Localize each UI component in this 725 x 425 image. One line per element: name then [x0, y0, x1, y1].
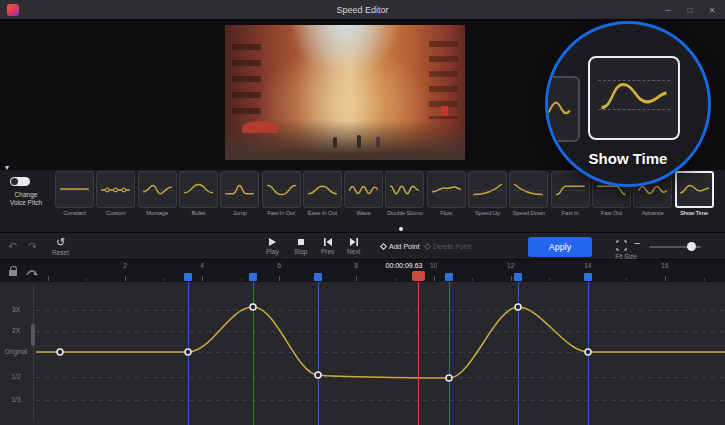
speed-axis-label: 1/3	[0, 396, 32, 403]
preset-thumbnail	[55, 171, 94, 208]
next-label: Next	[347, 248, 360, 255]
window-title: Speed Editor	[0, 5, 725, 15]
preset-show-time[interactable]: Show Time	[675, 171, 714, 216]
preset-fast-in[interactable]: Fast In	[551, 171, 590, 216]
add-point-button[interactable]: Add Point	[381, 243, 419, 250]
voice-pitch-toggle[interactable]	[10, 177, 30, 186]
curve-point[interactable]	[446, 375, 452, 381]
curve-toggle-icon[interactable]	[26, 266, 38, 278]
preset-thumbnail	[138, 171, 177, 208]
apply-button[interactable]: Apply	[528, 237, 592, 257]
ruler-number: 14	[578, 262, 598, 269]
titlebar[interactable]: Speed Editor ─ □ ✕	[0, 0, 725, 20]
keyframe-handle[interactable]	[514, 273, 522, 281]
speed-axis-label: Original	[0, 348, 32, 355]
preset-montage[interactable]: Montage	[138, 171, 177, 216]
delete-point-icon	[424, 243, 431, 250]
minimize-button[interactable]: ─	[657, 0, 679, 20]
preset-thumbnail	[509, 171, 548, 208]
timeline-ruler[interactable]: 00:00:09.63 24681012141618	[0, 260, 725, 282]
preset-bullet[interactable]: Bullet	[179, 171, 218, 216]
preset-label: Custom	[96, 210, 135, 216]
add-point-label: Add Point	[389, 243, 419, 250]
ruler-tick	[279, 276, 280, 281]
redo-button[interactable]: ↷	[28, 240, 37, 252]
preset-fast-in-out[interactable]: Fast In Out	[262, 171, 301, 216]
reset-icon: ↺	[56, 236, 65, 248]
ruler-tick	[626, 278, 627, 281]
play-button[interactable]: Play	[266, 237, 279, 255]
prev-label: Prev	[321, 248, 334, 255]
playhead-marker[interactable]	[412, 271, 425, 281]
ruler-number: 12	[501, 262, 521, 269]
close-button[interactable]: ✕	[701, 0, 723, 20]
preset-custom[interactable]: Custom	[96, 171, 135, 216]
preset-speed-down[interactable]: Speed Down	[509, 171, 548, 216]
ruler-tick	[202, 276, 203, 281]
stop-button[interactable]: Stop	[294, 237, 307, 255]
preset-label: Ease In Out	[303, 210, 342, 216]
preset-flow[interactable]: Flow	[427, 171, 466, 216]
curve-point[interactable]	[185, 349, 191, 355]
toggle-knob	[11, 178, 18, 185]
curve-point[interactable]	[585, 349, 591, 355]
magnified-preset-label: Show Time	[548, 150, 708, 167]
preset-label: Jump	[220, 210, 259, 216]
ruler-tick	[241, 278, 242, 281]
ruler-number: 4	[192, 262, 212, 269]
speed-editor-window: Speed Editor ─ □ ✕	[0, 0, 725, 425]
ruler-tick	[164, 278, 165, 281]
reset-button[interactable]: ↺ Reset	[52, 236, 69, 256]
ruler-tick	[356, 276, 357, 281]
next-frame-button[interactable]: Next	[347, 237, 360, 255]
preset-thumbnail	[303, 171, 342, 208]
preset-double-slomo[interactable]: Double Slomo	[385, 171, 424, 216]
curve-point[interactable]	[515, 304, 521, 310]
keyframe-handle[interactable]	[584, 273, 592, 281]
preset-thumbnail	[96, 171, 135, 208]
speed-curve-canvas[interactable]	[0, 282, 725, 425]
preset-label: Fast In	[551, 210, 590, 216]
delete-point-button[interactable]: Delete Point	[425, 243, 471, 250]
maximize-button[interactable]: □	[679, 0, 701, 20]
keyframe-handle[interactable]	[445, 273, 453, 281]
preset-label: Speed Up	[468, 210, 507, 216]
magnified-showtime-thumbnail	[588, 56, 680, 140]
redo-icon: ↷	[28, 240, 37, 252]
preset-ease-in-out[interactable]: Ease In Out	[303, 171, 342, 216]
zoom-slider-knob[interactable]	[687, 242, 696, 251]
undo-button[interactable]: ↶	[8, 240, 17, 252]
pedestrian	[376, 137, 380, 148]
fit-to-window-icon[interactable]	[616, 240, 627, 251]
speed-curve[interactable]	[36, 307, 725, 378]
curve-point[interactable]	[57, 349, 63, 355]
preset-jump[interactable]: Jump	[220, 171, 259, 216]
red-umbrella	[242, 121, 278, 133]
undo-icon: ↶	[8, 240, 17, 252]
curve-point[interactable]	[250, 304, 256, 310]
play-label: Play	[266, 248, 279, 255]
ruler-tick	[511, 276, 512, 281]
ruler-tick	[434, 276, 435, 281]
keyframe-handle[interactable]	[314, 273, 322, 281]
next-icon	[349, 237, 359, 247]
add-point-icon	[380, 243, 387, 250]
zoom-out-icon[interactable]: −	[634, 237, 640, 249]
preset-constant[interactable]: Constant	[55, 171, 94, 216]
magnifier-callout: Show Time	[545, 21, 711, 187]
lock-icon[interactable]	[9, 270, 17, 276]
preset-label: Flow	[427, 210, 466, 216]
curve-point[interactable]	[315, 372, 321, 378]
preset-speed-up[interactable]: Speed Up	[468, 171, 507, 216]
preset-thumbnail	[220, 171, 259, 208]
speed-curve-graph[interactable]: 3X2XOriginal1/21/3	[0, 282, 725, 425]
keyframe-handle[interactable]	[184, 273, 192, 281]
fit-size-label: Fit Size	[605, 253, 647, 260]
playhead-line	[418, 282, 419, 425]
collapse-arrow-icon[interactable]: ▾	[5, 163, 9, 172]
keyframe-handle[interactable]	[249, 273, 257, 281]
ruler-tick	[395, 278, 396, 281]
preset-wave[interactable]: Wave	[344, 171, 383, 216]
stop-icon	[296, 237, 306, 247]
prev-frame-button[interactable]: Prev	[321, 237, 334, 255]
